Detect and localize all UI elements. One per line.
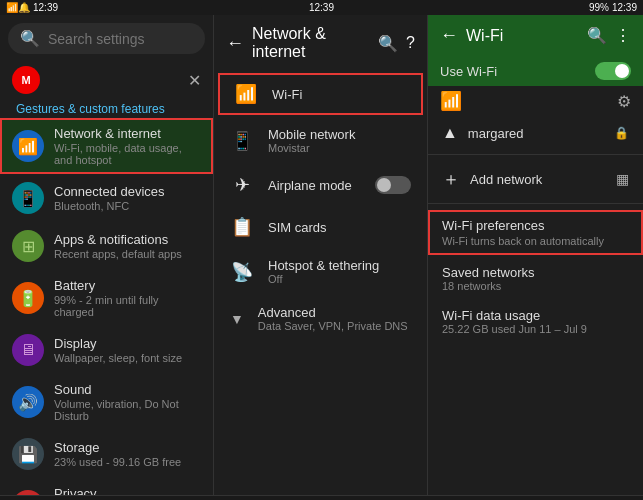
status-left: 📶🔔 12:39 bbox=[0, 0, 214, 15]
sound-subtitle: Volume, vibration, Do Not Disturb bbox=[54, 398, 201, 422]
wifi-back-button[interactable]: ← bbox=[440, 25, 458, 46]
advanced-chevron-icon: ▼ bbox=[230, 311, 244, 327]
wifi-data-subtitle: 25.22 GB used Jun 11 – Jul 9 bbox=[442, 323, 629, 335]
airplane-text: Airplane mode bbox=[268, 178, 361, 193]
privacy-icon: 🔒 bbox=[12, 490, 44, 495]
advanced-subtitle: Data Saver, VPN, Private DNS bbox=[258, 320, 411, 332]
devices-icon: 📱 bbox=[12, 182, 44, 214]
network-title: Network & internet bbox=[54, 126, 201, 141]
wifi-scan-icon: 📶 bbox=[440, 90, 462, 112]
wifi-more-icon[interactable]: ⋮ bbox=[615, 26, 631, 45]
apps-title: Apps & notifications bbox=[54, 232, 201, 247]
sound-title: Sound bbox=[54, 382, 201, 397]
wifi-panel-header: ← Wi-Fi 🔍 ⋮ bbox=[428, 15, 643, 56]
network-item-wifi[interactable]: 📶 Wi-Fi bbox=[218, 73, 423, 115]
section-header-gestures: Gestures & custom features bbox=[0, 98, 213, 118]
search-input[interactable] bbox=[48, 31, 214, 47]
settings-panel: 🔍 M ✕ Gestures & custom features 📶 Netwo… bbox=[0, 15, 214, 495]
network-item-sim[interactable]: 📋 SIM cards bbox=[214, 206, 427, 248]
settings-item-sound[interactable]: 🔊 Sound Volume, vibration, Do Not Distur… bbox=[0, 374, 213, 430]
network-subtitle: Wi-Fi, mobile, data usage, and hotspot bbox=[54, 142, 201, 166]
status-right: 99% 12:39 bbox=[429, 0, 643, 15]
home-nav-button[interactable]: ● bbox=[318, 497, 328, 501]
wifi-pref-title: Wi-Fi preferences bbox=[442, 218, 629, 233]
search-bar[interactable]: 🔍 bbox=[8, 23, 205, 54]
saved-networks-row[interactable]: Saved networks 18 networks bbox=[428, 257, 643, 300]
mobile-text: Mobile network Movistar bbox=[268, 127, 411, 154]
wifi-network-name: margared bbox=[468, 126, 604, 141]
wifi-preferences-row[interactable]: Wi-Fi preferences Wi-Fi turns back on au… bbox=[428, 210, 643, 255]
settings-item-storage[interactable]: 💾 Storage 23% used - 99.16 GB free bbox=[0, 430, 213, 478]
wifi-panel: ← Wi-Fi 🔍 ⋮ Use Wi-Fi 📶 ⚙ ▲ margared 🔒 bbox=[428, 15, 643, 495]
wifi-divider-2 bbox=[428, 203, 643, 204]
hotspot-text: Hotspot & tethering Off bbox=[268, 258, 411, 285]
qr-icon[interactable]: ▦ bbox=[616, 171, 629, 187]
gear-icon[interactable]: ⚙ bbox=[617, 92, 631, 111]
back-nav-button[interactable]: ◀ bbox=[246, 496, 258, 500]
sim-icon: 📋 bbox=[230, 216, 254, 238]
network-panel: ← Network & internet 🔍 ? 📶 Wi-Fi 📱 Mobil… bbox=[214, 15, 428, 495]
wifi-toggle[interactable] bbox=[595, 62, 631, 80]
search-header-icon[interactable]: 🔍 bbox=[378, 34, 398, 53]
settings-item-network[interactable]: 📶 Network & internet Wi-Fi, mobile, data… bbox=[0, 118, 213, 174]
wifi-search-icon[interactable]: 🔍 bbox=[587, 26, 607, 45]
use-wifi-row[interactable]: Use Wi-Fi bbox=[428, 56, 643, 86]
add-network-icon: ＋ bbox=[442, 167, 460, 191]
wifi-list-icon: 📶 bbox=[234, 83, 258, 105]
status-battery: 99% bbox=[589, 2, 609, 13]
moto-area: M ✕ bbox=[0, 62, 213, 98]
wifi-panel-header-bg: ← Wi-Fi 🔍 ⋮ Use Wi-Fi bbox=[428, 15, 643, 86]
settings-item-devices[interactable]: 📱 Connected devices Bluetooth, NFC bbox=[0, 174, 213, 222]
panels-container: 🔍 M ✕ Gestures & custom features 📶 Netwo… bbox=[0, 15, 643, 495]
storage-subtitle: 23% used - 99.16 GB free bbox=[54, 456, 201, 468]
airplane-toggle[interactable] bbox=[375, 176, 411, 194]
storage-text: Storage 23% used - 99.16 GB free bbox=[54, 440, 201, 468]
status-time-left: 12:39 bbox=[33, 2, 58, 13]
settings-item-privacy[interactable]: 🔒 Privacy Permissions, account activity,… bbox=[0, 478, 213, 495]
display-subtitle: Wallpaper, sleep, font size bbox=[54, 352, 201, 364]
advanced-text: Advanced Data Saver, VPN, Private DNS bbox=[258, 305, 411, 332]
saved-networks-title: Saved networks bbox=[442, 265, 629, 280]
network-item-advanced[interactable]: ▼ Advanced Data Saver, VPN, Private DNS bbox=[214, 295, 427, 342]
network-item-airplane[interactable]: ✈ Airplane mode bbox=[214, 164, 427, 206]
privacy-title: Privacy bbox=[54, 486, 201, 495]
help-header-icon[interactable]: ? bbox=[406, 34, 415, 53]
saved-networks-subtitle: 18 networks bbox=[442, 280, 629, 292]
settings-item-apps[interactable]: ⊞ Apps & notifications Recent apps, defa… bbox=[0, 222, 213, 270]
wifi-network-margared[interactable]: ▲ margared 🔒 bbox=[428, 116, 643, 150]
status-time-center: 12:39 bbox=[309, 2, 334, 13]
status-time-right: 12:39 bbox=[612, 2, 637, 13]
display-icon: 🖥 bbox=[12, 334, 44, 366]
devices-subtitle: Bluetooth, NFC bbox=[54, 200, 201, 212]
sim-title: SIM cards bbox=[268, 220, 411, 235]
network-item-hotspot[interactable]: 📡 Hotspot & tethering Off bbox=[214, 248, 427, 295]
network-signal-icon: ▲ bbox=[442, 124, 458, 142]
status-icons-left: 📶🔔 bbox=[6, 2, 30, 13]
wifi-divider-1 bbox=[428, 154, 643, 155]
wifi-panel-title: Wi-Fi bbox=[466, 27, 579, 45]
network-text: Network & internet Wi-Fi, mobile, data u… bbox=[54, 126, 201, 166]
apps-icon: ⊞ bbox=[12, 230, 44, 262]
mobile-subtitle: Movistar bbox=[268, 142, 411, 154]
airplane-icon: ✈ bbox=[230, 174, 254, 196]
wifi-data-usage-row[interactable]: Wi-Fi data usage 25.22 GB used Jun 11 – … bbox=[428, 300, 643, 343]
network-panel-header: ← Network & internet 🔍 ? bbox=[214, 15, 427, 71]
hotspot-icon: 📡 bbox=[230, 261, 254, 283]
hotspot-subtitle: Off bbox=[268, 273, 411, 285]
network-item-mobile[interactable]: 📱 Mobile network Movistar bbox=[214, 117, 427, 164]
wifi-list-title: Wi-Fi bbox=[272, 87, 407, 102]
privacy-text: Privacy Permissions, account activity, p… bbox=[54, 486, 201, 495]
add-network-row[interactable]: ＋ Add network ▦ bbox=[428, 159, 643, 199]
mobile-title: Mobile network bbox=[268, 127, 411, 142]
bottom-navigation: ◀ ● ■ bbox=[0, 495, 643, 500]
network-icon: 📶 bbox=[12, 130, 44, 162]
wifi-pref-subtitle: Wi-Fi turns back on automatically bbox=[442, 235, 629, 247]
devices-text: Connected devices Bluetooth, NFC bbox=[54, 184, 201, 212]
recent-nav-button[interactable]: ■ bbox=[388, 497, 398, 501]
close-button[interactable]: ✕ bbox=[188, 71, 201, 90]
settings-item-battery[interactable]: 🔋 Battery 99% - 2 min until fully charge… bbox=[0, 270, 213, 326]
display-title: Display bbox=[54, 336, 201, 351]
settings-item-display[interactable]: 🖥 Display Wallpaper, sleep, font size bbox=[0, 326, 213, 374]
back-button[interactable]: ← bbox=[226, 33, 244, 54]
battery-text: Battery 99% - 2 min until fully charged bbox=[54, 278, 201, 318]
